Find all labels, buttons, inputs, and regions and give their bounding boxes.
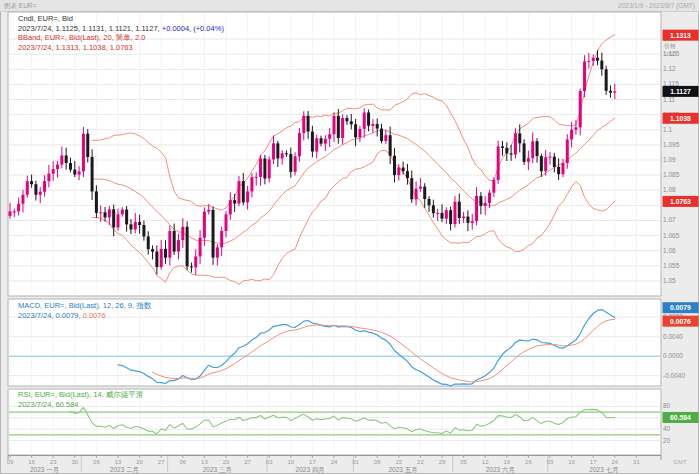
svg-text:1.09: 1.09	[663, 156, 676, 163]
svg-text:22: 22	[417, 459, 424, 465]
chart-canvas[interactable]: 1.131.1251.121.1151.111.1051.11.0951.091…	[0, 0, 699, 474]
svg-text:40: 40	[663, 425, 671, 432]
svg-text:19: 19	[503, 459, 510, 465]
upper-band-badge: 1.1313	[663, 30, 699, 41]
svg-text:0.0000: 0.0000	[663, 352, 683, 359]
svg-text:1.0763: 1.0763	[670, 198, 691, 205]
svg-text:24: 24	[611, 459, 618, 465]
svg-text:价格: 价格	[664, 43, 676, 50]
svg-text:GMT: GMT	[673, 459, 687, 465]
rsi-value-badge: 60.584	[663, 412, 699, 423]
svg-text:27: 27	[244, 459, 251, 465]
svg-text:2023 四月: 2023 四月	[296, 466, 325, 474]
svg-text:13: 13	[115, 459, 122, 465]
svg-text:30: 30	[71, 459, 78, 465]
price-axis: 1.131.1251.121.1151.111.1051.11.0951.091…	[663, 30, 699, 444]
svg-text:20: 20	[663, 437, 671, 444]
last-price-badge: 1.1127	[663, 86, 699, 97]
svg-text:15: 15	[395, 459, 402, 465]
svg-text:0.0076: 0.0076	[670, 318, 691, 325]
svg-text:26: 26	[525, 459, 532, 465]
time-axis: 091623302023 一月061320272023 二月0613202720…	[7, 456, 687, 474]
svg-text:05: 05	[460, 459, 467, 465]
svg-text:1.08: 1.08	[663, 186, 676, 193]
svg-text:0.0040: 0.0040	[663, 333, 683, 340]
macd-value-badge: 0.0079	[663, 302, 699, 313]
lower-band-badge: 1.0763	[663, 196, 699, 207]
middle-band-badge: 1.1038	[663, 113, 699, 124]
svg-text:27: 27	[158, 459, 165, 465]
svg-text:2023 六月: 2023 六月	[486, 466, 515, 474]
svg-text:01: 01	[352, 459, 359, 465]
svg-text:USD: USD	[664, 51, 677, 57]
svg-text:16: 16	[28, 459, 35, 465]
svg-text:2023 七月: 2023 七月	[589, 466, 618, 474]
svg-text:09: 09	[7, 459, 14, 465]
svg-text:03: 03	[266, 459, 273, 465]
svg-text:1.07: 1.07	[663, 216, 676, 223]
svg-text:29: 29	[439, 459, 446, 465]
svg-text:31: 31	[633, 459, 640, 465]
svg-text:20: 20	[223, 459, 230, 465]
svg-text:06: 06	[179, 459, 186, 465]
chart-window: { "window": { "title_left": "图表 EUR=", "…	[0, 0, 699, 474]
svg-text:80: 80	[663, 402, 671, 409]
svg-text:24: 24	[331, 459, 338, 465]
svg-text:20: 20	[136, 459, 143, 465]
svg-text:2023 五月: 2023 五月	[388, 466, 417, 474]
svg-text:12: 12	[482, 459, 489, 465]
svg-text:17: 17	[590, 459, 597, 465]
svg-text:-0.0040: -0.0040	[663, 372, 685, 379]
svg-text:2023 一月: 2023 一月	[30, 466, 59, 474]
svg-text:1.095: 1.095	[663, 141, 680, 148]
svg-text:60.584: 60.584	[670, 414, 691, 421]
svg-text:13: 13	[201, 459, 208, 465]
svg-text:1.085: 1.085	[663, 171, 680, 178]
svg-text:1.1313: 1.1313	[670, 32, 691, 39]
svg-text:1.06: 1.06	[663, 247, 676, 254]
svg-text:17: 17	[309, 459, 316, 465]
svg-text:03: 03	[547, 459, 554, 465]
svg-text:1.055: 1.055	[663, 262, 680, 269]
svg-text:10: 10	[287, 459, 294, 465]
svg-text:08: 08	[374, 459, 381, 465]
svg-text:0.0079: 0.0079	[670, 304, 691, 311]
svg-text:2023 二月: 2023 二月	[110, 466, 139, 474]
svg-text:10: 10	[568, 459, 575, 465]
svg-text:23: 23	[50, 459, 57, 465]
svg-text:2023 三月: 2023 三月	[203, 466, 232, 474]
macd-signal-badge: 0.0076	[663, 316, 699, 327]
svg-text:1.1: 1.1	[663, 126, 672, 133]
svg-text:1.05: 1.05	[663, 277, 676, 284]
svg-text:1.065: 1.065	[663, 232, 680, 239]
svg-text:1.1038: 1.1038	[670, 115, 691, 122]
svg-text:1.1127: 1.1127	[670, 88, 691, 95]
svg-text:1.12: 1.12	[663, 65, 676, 72]
svg-text:06: 06	[93, 459, 100, 465]
